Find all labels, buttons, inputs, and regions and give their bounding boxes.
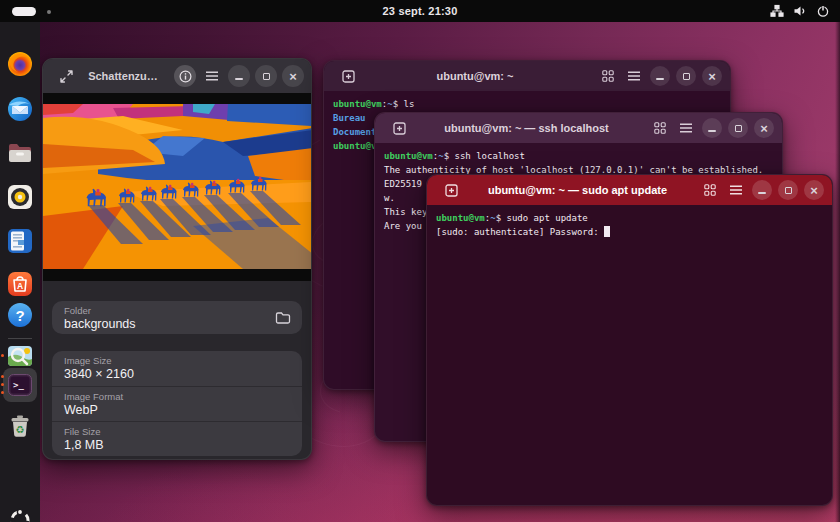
dock-item-terminal[interactable]: >_ [4,369,36,401]
menu-button[interactable] [726,180,746,200]
image-format-label: Image Format [64,391,290,402]
image-viewer-icon [6,342,34,370]
close-icon: × [810,184,818,197]
top-bar: 23 sept. 21:30 [0,0,840,22]
dock-item-app-center[interactable]: A [4,268,36,300]
folder-value: backgrounds [64,317,256,331]
terminal1-title: ubuntu@vm: ~ [358,70,592,82]
close-button[interactable]: × [282,65,304,87]
new-tab-button[interactable] [441,180,461,200]
folder-label: Folder [64,305,256,316]
folder-card: Folder backgrounds [52,301,302,334]
minimize-button[interactable] [228,65,250,87]
image-viewer-title: Schattenzu… [77,70,169,82]
minimize-icon [758,192,766,194]
fullscreen-button[interactable] [55,65,77,87]
app-center-icon: A [6,270,34,298]
hamburger-icon [206,71,218,81]
maximize-icon [683,73,690,80]
image-format-value: WebP [64,403,290,417]
new-tab-icon [393,122,406,135]
grid-icon [704,184,716,196]
minimize-icon [235,78,243,80]
trash-icon: ♻ [6,412,34,440]
system-tray[interactable] [770,0,830,22]
new-tab-icon [445,184,458,197]
dock-separator [8,338,32,339]
image-details-card: Image Size 3840 × 2160 Image Format WebP… [52,351,302,456]
terminal-prompt-glyph: >_ [13,380,24,390]
close-button[interactable]: × [754,118,774,138]
grid-icon [654,122,666,134]
image-format-row: Image Format WebP [52,386,302,421]
close-button[interactable]: × [804,180,824,200]
clock-menu[interactable]: 23 sept. 21:30 [0,5,840,17]
dock-item-thunderbird[interactable] [4,93,36,125]
rhythmbox-icon [6,183,34,211]
close-icon: × [760,122,768,135]
file-size-label: File Size [64,426,290,437]
tab-overview-button[interactable] [650,118,670,138]
grid-icon [602,70,614,82]
file-size-row: File Size 1,8 MB [52,421,302,456]
close-icon: × [289,70,297,83]
image-canvas[interactable] [43,93,311,281]
tab-overview-button[interactable] [700,180,720,200]
menu-button[interactable] [201,65,223,87]
ubuntu-logo-icon [7,507,33,522]
image-size-value: 3840 × 2160 [64,367,290,381]
image-viewer-headerbar[interactable]: Schattenzu… × [43,59,311,93]
app-center-letter: A [17,281,23,291]
terminal-icon: >_ [6,371,34,399]
terminal2-headerbar[interactable]: ubuntu@vm: ~ — ssh localhost × [375,113,782,143]
maximize-button[interactable] [676,66,696,86]
prompt-line: ubuntu@vm:~$ ssh localhost [384,149,773,163]
menu-button[interactable] [624,66,644,86]
help-question-glyph: ? [15,307,24,324]
file-size-value: 1,8 MB [64,438,290,452]
hamburger-icon [628,71,640,81]
dock-item-files[interactable] [4,137,36,169]
minimize-button[interactable] [650,66,670,86]
tab-overview-button[interactable] [598,66,618,86]
sudo-password-line: [sudo: authenticate] Password: [436,225,823,239]
prompt-line: ubuntu@vm:~$ sudo apt update [436,211,823,225]
prompt-line: ubuntu@vm:~$ ls [333,97,721,111]
folder-icon [275,311,291,325]
hamburger-icon [730,185,742,195]
terminal-window-3: ubuntu@vm: ~ — sudo apt update × ubuntu@… [426,174,833,506]
terminal2-title: ubuntu@vm: ~ — ssh localhost [409,122,644,134]
new-tab-button[interactable] [338,66,358,86]
dock-item-firefox[interactable] [4,48,36,80]
power-icon [816,4,830,18]
close-icon: × [708,70,716,83]
maximize-button[interactable] [255,65,277,87]
thunderbird-icon [6,95,34,123]
minimize-icon [708,130,716,132]
maximize-button[interactable] [728,118,748,138]
minimize-icon [656,78,664,80]
terminal3-content[interactable]: ubuntu@vm:~$ sudo apt update [sudo: auth… [427,205,832,505]
firefox-icon [6,50,34,78]
info-button[interactable] [174,65,196,87]
dock-item-trash[interactable]: ♻ [4,410,36,442]
maximize-icon [263,73,270,80]
terminal1-headerbar[interactable]: ubuntu@vm: ~ × [324,61,730,91]
image-viewer-window: Schattenzu… × [42,58,312,460]
maximize-icon [785,187,792,194]
dock-item-help[interactable]: ? [4,299,36,331]
minimize-button[interactable] [702,118,722,138]
new-tab-button[interactable] [389,118,409,138]
dock-item-libreoffice-writer[interactable] [4,225,36,257]
close-button[interactable]: × [702,66,722,86]
maximize-button[interactable] [778,180,798,200]
dock-item-rhythmbox[interactable] [4,181,36,213]
terminal3-headerbar[interactable]: ubuntu@vm: ~ — sudo apt update × [427,175,832,205]
minimize-button[interactable] [752,180,772,200]
menu-button[interactable] [676,118,696,138]
volume-icon [793,4,807,18]
open-folder-button[interactable] [268,303,298,333]
terminal3-title: ubuntu@vm: ~ — sudo apt update [461,184,694,196]
image-properties-panel: Folder backgrounds Image Size 3840 × 216… [43,281,311,456]
show-apps-button[interactable] [4,504,36,522]
